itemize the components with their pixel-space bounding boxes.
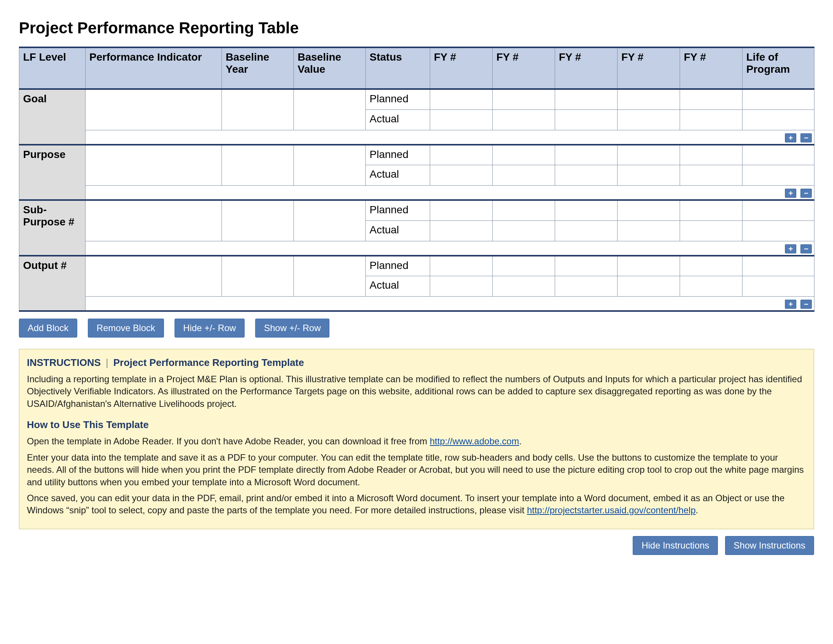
status-actual: Actual (366, 165, 430, 186)
instructions-panel: INSTRUCTIONS | Project Performance Repor… (19, 349, 814, 529)
cell[interactable] (493, 276, 555, 296)
cell[interactable] (222, 200, 294, 241)
cell[interactable] (430, 200, 493, 221)
col-lf-level: LF Level (19, 47, 85, 89)
cell[interactable] (680, 89, 743, 109)
cell[interactable] (430, 276, 493, 296)
cell[interactable] (618, 276, 680, 296)
cell[interactable] (743, 165, 814, 186)
cell[interactable] (618, 165, 680, 186)
add-row-button[interactable]: + (785, 134, 796, 142)
cell[interactable] (294, 145, 366, 186)
cell[interactable] (493, 256, 555, 276)
add-row-button[interactable]: + (785, 299, 796, 309)
hide-row-button[interactable]: Hide +/- Row (175, 319, 244, 338)
cell[interactable] (555, 165, 618, 186)
cell[interactable] (430, 221, 493, 241)
cell[interactable] (680, 145, 743, 165)
cell[interactable] (743, 109, 814, 130)
cell[interactable] (680, 200, 743, 221)
cell[interactable] (555, 256, 618, 276)
show-row-button[interactable]: Show +/- Row (255, 319, 330, 338)
col-fy1: FY # (430, 47, 493, 89)
status-planned: Planned (366, 89, 430, 109)
cell[interactable] (222, 145, 294, 186)
cell[interactable] (743, 256, 814, 276)
cell[interactable] (555, 221, 618, 241)
cell[interactable] (493, 145, 555, 165)
cell[interactable] (85, 145, 222, 186)
cell[interactable] (85, 89, 222, 130)
text: Open the template in Adobe Reader. If yo… (27, 436, 430, 446)
cell[interactable] (618, 89, 680, 109)
cell[interactable] (743, 221, 814, 241)
col-status: Status (366, 47, 430, 89)
cell[interactable] (680, 165, 743, 186)
page-title: Project Performance Reporting Table (19, 19, 814, 37)
cell[interactable] (493, 221, 555, 241)
cell[interactable] (493, 109, 555, 130)
instructions-para2: Open the template in Adobe Reader. If yo… (27, 435, 806, 448)
cell[interactable] (493, 165, 555, 186)
cell[interactable] (680, 109, 743, 130)
status-planned: Planned (366, 200, 430, 221)
remove-row-button[interactable]: − (801, 299, 812, 309)
cell[interactable] (294, 200, 366, 241)
cell[interactable] (680, 221, 743, 241)
cell[interactable] (85, 256, 222, 296)
cell[interactable] (680, 256, 743, 276)
bottom-toolbar: Hide Instructions Show Instructions (19, 536, 814, 555)
cell[interactable] (555, 89, 618, 109)
cell[interactable] (430, 89, 493, 109)
cell[interactable] (430, 109, 493, 130)
cell[interactable] (430, 165, 493, 186)
cell[interactable] (222, 89, 294, 130)
toolbar: Add Block Remove Block Hide +/- Row Show… (19, 319, 814, 338)
add-row-button[interactable]: + (785, 244, 796, 253)
cell[interactable] (555, 145, 618, 165)
rowhead-subpurpose: Sub-Purpose # (19, 200, 85, 256)
text: . (696, 505, 698, 515)
col-fy2: FY # (493, 47, 555, 89)
col-fy3: FY # (555, 47, 618, 89)
adobe-link[interactable]: http://www.adobe.com (430, 436, 519, 446)
cell[interactable] (555, 276, 618, 296)
cell[interactable] (294, 256, 366, 296)
remove-row-button[interactable]: − (801, 244, 812, 253)
hide-instructions-button[interactable]: Hide Instructions (633, 536, 718, 555)
cell[interactable] (743, 276, 814, 296)
cell[interactable] (618, 109, 680, 130)
cell[interactable] (430, 145, 493, 165)
cell[interactable] (294, 89, 366, 130)
col-lop: Life of Program (743, 47, 814, 89)
cell[interactable] (743, 145, 814, 165)
rowhead-goal: Goal (19, 89, 85, 145)
add-block-button[interactable]: Add Block (19, 319, 77, 338)
cell[interactable] (618, 256, 680, 276)
instructions-para3: Enter your data into the template and sa… (27, 452, 806, 488)
cell[interactable] (493, 200, 555, 221)
cell[interactable] (555, 200, 618, 221)
cell[interactable] (85, 200, 222, 241)
cell[interactable] (430, 256, 493, 276)
cell[interactable] (493, 89, 555, 109)
cell[interactable] (743, 89, 814, 109)
cell[interactable] (680, 276, 743, 296)
cell[interactable] (618, 221, 680, 241)
show-instructions-button[interactable]: Show Instructions (725, 536, 814, 555)
help-link[interactable]: http://projectstarter.usaid.gov/content/… (527, 505, 696, 515)
col-baseline-year: Baseline Year (222, 47, 294, 89)
performance-table: LF Level Performance Indicator Baseline … (19, 47, 814, 312)
cell[interactable] (618, 200, 680, 221)
add-row-button[interactable]: + (785, 188, 796, 198)
remove-row-button[interactable]: − (801, 188, 812, 198)
instructions-subheading: Project Performance Reporting Template (113, 357, 304, 368)
remove-block-button[interactable]: Remove Block (88, 319, 164, 338)
cell[interactable] (555, 109, 618, 130)
cell[interactable] (743, 200, 814, 221)
col-fy4: FY # (618, 47, 680, 89)
remove-row-button[interactable]: − (801, 134, 812, 142)
text: . (519, 436, 522, 446)
cell[interactable] (618, 145, 680, 165)
cell[interactable] (222, 256, 294, 296)
